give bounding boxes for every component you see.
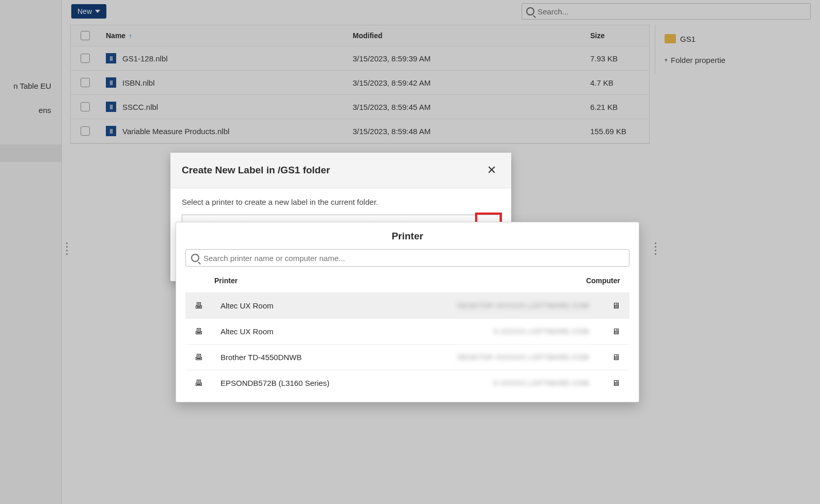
- folder-header: GS1: [665, 34, 820, 43]
- monitor-icon: [612, 353, 620, 362]
- details-panel: GS1 ▾ Folder propertie M: [655, 25, 820, 74]
- dropdown-header: Printer Computer: [176, 269, 639, 292]
- monitor-icon: [612, 301, 620, 310]
- new-button[interactable]: New: [71, 4, 106, 19]
- toolbar: New: [62, 0, 820, 23]
- file-name: GS1-128.nlbl: [122, 54, 168, 63]
- column-handle-icon[interactable]: [655, 242, 658, 255]
- close-icon: ✕: [487, 164, 496, 177]
- computer-name: X-XXXXX.LOFTWARE.COM: [445, 328, 589, 335]
- file-modified: 3/15/2023, 8:59:39 AM: [346, 54, 584, 63]
- table-row[interactable]: Variable Measure Products.nlbl3/15/2023,…: [71, 119, 649, 143]
- column-header-modified[interactable]: Modified: [346, 31, 584, 40]
- file-size: 6.21 KB: [584, 103, 641, 111]
- folder-properties-toggle[interactable]: ▾ Folder propertie: [665, 56, 820, 64]
- printer-option[interactable]: EPSONDB572B (L3160 Series)X-XXXXX.LOFTWA…: [185, 370, 629, 396]
- sidebar-item-ens[interactable]: ens: [0, 102, 61, 119]
- chevron-down-icon: [95, 10, 100, 13]
- printer-option[interactable]: Altec UX RoomDESKTOP-XXXXXX.LOFTWARE.COM: [185, 292, 629, 318]
- table-row[interactable]: ISBN.nlbl3/15/2023, 8:59:42 AM4.7 KB: [71, 71, 649, 95]
- file-name: ISBN.nlbl: [122, 78, 155, 87]
- file-table: Name ↑ Modified Size GS1-128.nlbl3/15/20…: [70, 25, 650, 144]
- column-header-size[interactable]: Size: [584, 31, 641, 40]
- monitor-icon: [612, 327, 620, 336]
- dropdown-col-computer: Computer: [445, 277, 620, 285]
- search-icon: [526, 7, 534, 15]
- left-sidebar: n Table EU ens: [0, 0, 62, 504]
- label-file-icon: [106, 126, 116, 136]
- search-box[interactable]: [522, 3, 811, 20]
- label-file-icon: [106, 102, 116, 112]
- computer-name: X-XXXXX.LOFTWARE.COM: [445, 379, 589, 387]
- printer-icon: [195, 327, 203, 336]
- label-file-icon: [106, 77, 116, 88]
- folder-name: GS1: [680, 35, 696, 43]
- dropdown-col-printer: Printer: [214, 277, 445, 285]
- monitor-icon: [612, 379, 620, 387]
- printer-name: Altec UX Room: [220, 301, 445, 310]
- column-header-name[interactable]: Name ↑: [100, 31, 346, 40]
- table-row[interactable]: GS1-128.nlbl3/15/2023, 8:59:39 AM7.93 KB: [71, 46, 649, 71]
- printer-option[interactable]: Altec UX RoomX-XXXXX.LOFTWARE.COM: [185, 318, 629, 344]
- sidebar-item-table-eu[interactable]: n Table EU: [0, 77, 61, 94]
- file-name: SSCC.nlbl: [122, 103, 158, 111]
- new-button-label: New: [77, 7, 92, 15]
- modal-description: Select a printer to create a new label i…: [182, 198, 500, 206]
- search-input[interactable]: [538, 7, 806, 16]
- sidebar-item-selected[interactable]: [0, 144, 61, 162]
- file-modified: 3/15/2023, 8:59:42 AM: [346, 78, 584, 87]
- dropdown-search-input[interactable]: [203, 254, 624, 263]
- printer-icon: [195, 353, 203, 362]
- file-size: 155.69 KB: [584, 127, 641, 136]
- file-name: Variable Measure Products.nlbl: [122, 127, 229, 136]
- printer-name: EPSONDB572B (L3160 Series): [220, 379, 445, 387]
- computer-name: DESKTOP-XXXXXX.LOFTWARE.COM: [445, 353, 589, 361]
- file-size: 7.93 KB: [584, 54, 641, 63]
- sort-asc-icon: ↑: [129, 32, 132, 40]
- modal-title: Create New Label in /GS1 folder: [182, 165, 330, 176]
- row-checkbox[interactable]: [81, 78, 90, 87]
- printer-option[interactable]: Brother TD-4550DNWBDESKTOP-XXXXXX.LOFTWA…: [185, 344, 629, 370]
- table-header: Name ↑ Modified Size: [71, 25, 649, 46]
- dropdown-title: Printer: [176, 231, 639, 242]
- row-checkbox[interactable]: [81, 126, 90, 136]
- printer-name: Altec UX Room: [220, 327, 445, 336]
- printer-name: Brother TD-4550DNWB: [220, 353, 445, 362]
- file-modified: 3/15/2023, 8:59:45 AM: [346, 103, 584, 111]
- row-checkbox[interactable]: [81, 54, 90, 63]
- printer-dropdown: Printer Printer Computer Altec UX RoomDE…: [176, 222, 639, 402]
- row-checkbox[interactable]: [81, 102, 90, 111]
- chevron-down-icon: ▾: [665, 57, 668, 63]
- computer-name: DESKTOP-XXXXXX.LOFTWARE.COM: [445, 302, 589, 310]
- modal-header: Create New Label in /GS1 folder ✕: [170, 153, 511, 188]
- printer-icon: [195, 301, 203, 310]
- close-button[interactable]: ✕: [483, 162, 500, 178]
- file-size: 4.7 KB: [584, 78, 641, 87]
- label-file-icon: [106, 53, 116, 63]
- printer-icon: [195, 379, 203, 387]
- search-icon: [191, 254, 199, 262]
- column-handle-icon[interactable]: [66, 242, 69, 255]
- file-modified: 3/15/2023, 8:59:48 AM: [346, 127, 584, 136]
- select-all-checkbox[interactable]: [81, 31, 90, 40]
- dropdown-search[interactable]: [185, 249, 629, 267]
- folder-icon: [665, 34, 676, 43]
- table-row[interactable]: SSCC.nlbl3/15/2023, 8:59:45 AM6.21 KB: [71, 95, 649, 119]
